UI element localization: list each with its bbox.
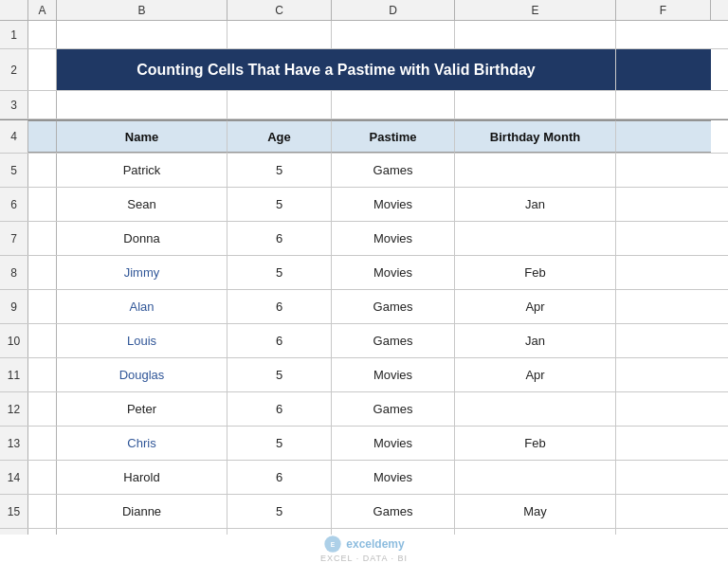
cell-8e-birthday[interactable]: Feb bbox=[455, 256, 616, 289]
cell-5e-birthday[interactable] bbox=[455, 154, 616, 187]
cell-5b-name[interactable]: Patrick bbox=[57, 154, 228, 187]
cell-5f[interactable] bbox=[616, 154, 711, 187]
cell-14b-name[interactable]: Harold bbox=[57, 461, 228, 494]
cell-10e-birthday[interactable]: Jan bbox=[455, 324, 616, 357]
cell-3d[interactable] bbox=[332, 91, 455, 118]
cell-6e-birthday[interactable]: Jan bbox=[455, 188, 616, 221]
cell-11d-pastime[interactable]: Movies bbox=[332, 358, 455, 391]
cell-4a[interactable] bbox=[28, 120, 57, 153]
cell-10d-pastime[interactable]: Games bbox=[332, 324, 455, 357]
cell-9d-pastime[interactable]: Games bbox=[332, 290, 455, 323]
title-cell[interactable]: Counting Cells That Have a Pastime with … bbox=[57, 49, 616, 90]
cell-13b-name[interactable]: Chris bbox=[57, 427, 228, 460]
cell-13a[interactable] bbox=[28, 427, 57, 460]
cell-10b-name[interactable]: Louis bbox=[57, 324, 228, 357]
cell-15d-pastime[interactable]: Games bbox=[332, 495, 455, 528]
cell-15e-birthday[interactable]: May bbox=[455, 495, 616, 528]
cell-8c-age[interactable]: 5 bbox=[228, 256, 332, 289]
cell-7e-birthday[interactable] bbox=[455, 222, 616, 255]
cell-1d[interactable] bbox=[332, 21, 455, 48]
cell-5d-pastime[interactable]: Games bbox=[332, 154, 455, 187]
cell-7d-pastime[interactable]: Movies bbox=[332, 222, 455, 255]
cell-13f[interactable] bbox=[616, 427, 711, 460]
cell-6d-pastime[interactable]: Movies bbox=[332, 188, 455, 221]
cell-1e[interactable] bbox=[455, 21, 616, 48]
cell-4f[interactable] bbox=[616, 120, 711, 153]
cell-3e[interactable] bbox=[455, 91, 616, 118]
cell-11a[interactable] bbox=[28, 358, 57, 391]
row-14: 14 Harold 6 Movies bbox=[0, 461, 728, 495]
cell-6f[interactable] bbox=[616, 188, 711, 221]
cell-14f[interactable] bbox=[616, 461, 711, 494]
cell-7c-age[interactable]: 6 bbox=[228, 222, 332, 255]
cell-14c-age[interactable]: 6 bbox=[228, 461, 332, 494]
cell-14a[interactable] bbox=[28, 461, 57, 494]
cell-10c-age[interactable]: 6 bbox=[228, 324, 332, 357]
cell-8f[interactable] bbox=[616, 256, 711, 289]
cell-8b-name[interactable]: Jimmy bbox=[57, 256, 228, 289]
row-num-11: 11 bbox=[0, 358, 28, 391]
cell-3c[interactable] bbox=[228, 91, 332, 118]
cell-12f[interactable] bbox=[616, 392, 711, 426]
header-name[interactable]: Name bbox=[57, 120, 228, 153]
cell-7b-name[interactable]: Donna bbox=[57, 222, 228, 255]
row-2: 2 Counting Cells That Have a Pastime wit… bbox=[0, 49, 728, 91]
cell-5c-age[interactable]: 5 bbox=[228, 154, 332, 187]
cell-9c-age[interactable]: 6 bbox=[228, 290, 332, 323]
cell-11b-name[interactable]: Douglas bbox=[57, 358, 228, 391]
cell-15b-name[interactable]: Dianne bbox=[57, 495, 228, 528]
col-header-c[interactable]: C bbox=[228, 0, 332, 20]
cell-13c-age[interactable]: 5 bbox=[228, 427, 332, 460]
watermark-text: exceldemy bbox=[346, 537, 404, 551]
cell-8a[interactable] bbox=[28, 256, 57, 289]
cell-1c[interactable] bbox=[228, 21, 332, 48]
cell-10a[interactable] bbox=[28, 324, 57, 357]
cell-10f[interactable] bbox=[616, 324, 711, 357]
cell-2a[interactable] bbox=[28, 49, 57, 90]
cell-3b[interactable] bbox=[57, 91, 228, 118]
header-age[interactable]: Age bbox=[228, 120, 332, 153]
cell-3f[interactable] bbox=[616, 91, 711, 118]
col-header-a[interactable]: A bbox=[28, 0, 57, 20]
cell-7a[interactable] bbox=[28, 222, 57, 255]
cell-9e-birthday[interactable]: Apr bbox=[455, 290, 616, 323]
cell-15c-age[interactable]: 5 bbox=[228, 495, 332, 528]
cell-12a[interactable] bbox=[28, 392, 57, 426]
cell-1f[interactable] bbox=[616, 21, 711, 48]
cell-13e-birthday[interactable]: Feb bbox=[455, 427, 616, 460]
watermark-icon: E bbox=[323, 535, 342, 554]
cell-11c-age[interactable]: 5 bbox=[228, 358, 332, 391]
row-num-15: 15 bbox=[0, 495, 28, 528]
cell-12e-birthday[interactable] bbox=[455, 392, 616, 426]
cell-14d-pastime[interactable]: Movies bbox=[332, 461, 455, 494]
cell-5a[interactable] bbox=[28, 154, 57, 187]
cell-7f[interactable] bbox=[616, 222, 711, 255]
cell-13d-pastime[interactable]: Movies bbox=[332, 427, 455, 460]
cell-6c-age[interactable]: 5 bbox=[228, 188, 332, 221]
cell-14e-birthday[interactable] bbox=[455, 461, 616, 494]
cell-12d-pastime[interactable]: Games bbox=[332, 392, 455, 426]
cell-9a[interactable] bbox=[28, 290, 57, 323]
cell-9b-name[interactable]: Alan bbox=[57, 290, 228, 323]
header-pastime[interactable]: Pastime bbox=[332, 120, 455, 153]
col-header-e[interactable]: E bbox=[455, 0, 616, 20]
cell-8d-pastime[interactable]: Movies bbox=[332, 256, 455, 289]
cell-11e-birthday[interactable]: Apr bbox=[455, 358, 616, 391]
cell-2f[interactable] bbox=[616, 49, 711, 90]
cell-1a[interactable] bbox=[28, 21, 57, 48]
cell-6a[interactable] bbox=[28, 188, 57, 221]
header-birthday[interactable]: Birthday Month bbox=[455, 120, 616, 153]
cell-15f[interactable] bbox=[616, 495, 711, 528]
cell-3a[interactable] bbox=[28, 91, 57, 118]
cell-6b-name[interactable]: Sean bbox=[57, 188, 228, 221]
spreadsheet: A B C D E F 1 2 Counting Cells That Have… bbox=[0, 0, 728, 563]
col-header-d[interactable]: D bbox=[332, 0, 455, 20]
cell-12b-name[interactable]: Peter bbox=[57, 392, 228, 426]
cell-1b[interactable] bbox=[57, 21, 228, 48]
col-header-f[interactable]: F bbox=[616, 0, 711, 20]
cell-12c-age[interactable]: 6 bbox=[228, 392, 332, 426]
cell-11f[interactable] bbox=[616, 358, 711, 391]
cell-15a[interactable] bbox=[28, 495, 57, 528]
cell-9f[interactable] bbox=[616, 290, 711, 323]
col-header-b[interactable]: B bbox=[57, 0, 228, 20]
